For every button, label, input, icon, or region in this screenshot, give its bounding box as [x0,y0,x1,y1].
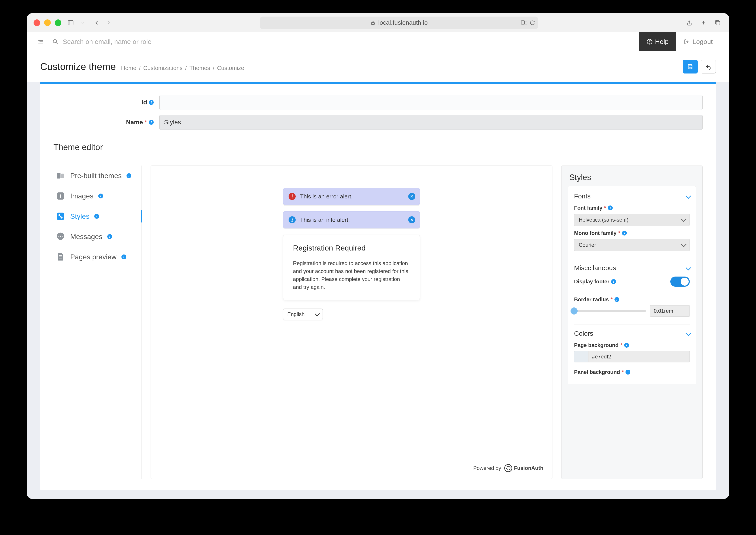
traffic-lights [34,19,61,26]
info-icon: i [289,216,296,223]
sidebar-item-label: Pre-built themes [70,172,122,180]
name-row: Name*i [53,115,703,130]
preview-pane: ! This is an error alert. ✕ i This is an… [151,165,552,479]
id-label: Idi [53,99,160,106]
sidebar-item-messages[interactable]: Messages i [53,226,139,247]
border-radius-label: Border radius*i [574,296,690,303]
info-icon[interactable]: i [625,370,630,375]
colors-section-header[interactable]: Colors [574,330,690,337]
svg-point-27 [60,236,61,237]
maximize-window-button[interactable] [55,19,61,26]
mono-font-select[interactable]: Courier [574,239,690,251]
crumb-home[interactable]: Home [121,65,136,71]
help-button[interactable]: Help [639,32,676,51]
chevron-down-icon [686,264,690,272]
page-bg-value[interactable]: #e7edf2 [588,351,690,362]
misc-section-header[interactable]: Miscellaneous [574,264,690,272]
save-button[interactable] [683,60,698,73]
svg-rect-0 [68,20,73,25]
fonts-section-header[interactable]: Fonts [574,192,690,200]
share-icon[interactable] [684,18,694,28]
info-icon[interactable]: i [611,279,616,284]
error-icon: ! [289,193,296,200]
svg-point-24 [59,214,60,216]
sidebar-item-styles[interactable]: Styles i [53,206,139,226]
browser-window: local.fusionauth.io [27,13,729,499]
panel-bg-label: Panel background*i [574,369,690,375]
color-swatch[interactable] [574,351,588,362]
sidebar-item-label: Images [70,192,93,200]
fusionauth-logo: FusionAuth [504,464,543,472]
sidebar-toggle-icon[interactable] [36,37,45,46]
close-window-button[interactable] [34,19,40,26]
info-icon: i [107,234,112,239]
chevron-down-icon[interactable] [80,18,85,28]
page-bg-input[interactable]: #e7edf2 [574,351,690,362]
name-label: Name*i [53,119,160,126]
forward-button[interactable] [104,18,113,28]
sidebar-item-images[interactable]: i Images i [53,186,139,206]
sidebar-item-prebuilt-themes[interactable]: Pre-built themes i [53,165,139,186]
svg-point-28 [62,236,63,237]
sidebar-icon[interactable] [66,18,75,28]
editor-area: Pre-built themes i i Images i Styles i [53,165,703,479]
info-icon[interactable]: i [149,100,154,105]
svg-rect-19 [57,173,61,179]
tabs-icon[interactable] [713,18,722,28]
info-icon[interactable]: i [622,231,627,236]
brand-name: FusionAuth [514,465,543,471]
misc-heading: Miscellaneous [574,264,616,272]
crumb-customizations[interactable]: Customizations [143,65,183,71]
minimize-window-button[interactable] [44,19,51,26]
search-icon [52,39,59,45]
chevron-down-icon [686,330,690,337]
registration-title: Registration Required [293,244,410,252]
registration-body: Registration is required to access this … [293,259,410,291]
border-radius-slider[interactable] [574,310,646,312]
display-footer-toggle[interactable] [670,276,690,287]
name-input[interactable] [160,115,703,130]
info-alert: i This is an info alert. ✕ [283,211,420,228]
sidebar-item-label: Messages [70,233,102,241]
translate-icon[interactable] [521,20,528,25]
svg-rect-17 [689,65,691,66]
page-title: Customize theme [40,61,116,72]
logout-button[interactable]: Logout [676,32,720,51]
svg-rect-8 [716,21,720,25]
search-input[interactable] [63,38,195,45]
chevron-down-icon [682,242,685,248]
close-icon[interactable]: ✕ [408,216,415,223]
main-card: Idi Name*i Theme editor Pre-built themes… [40,82,716,490]
error-alert: ! This is an error alert. ✕ [283,188,420,205]
url-bar[interactable]: local.fusionauth.io [260,16,538,29]
sidebar-item-pages-preview[interactable]: Pages preview i [53,247,139,267]
styles-pane-title: Styles [562,166,702,186]
crumb-current: Customize [217,65,244,71]
info-icon: i [127,173,131,178]
new-tab-icon[interactable] [699,18,708,28]
colors-heading: Colors [574,330,593,337]
language-select[interactable]: English [283,309,323,320]
id-row: Idi [53,95,703,110]
error-alert-text: This is an error alert. [300,193,353,200]
info-icon[interactable]: i [608,206,613,210]
border-radius-value[interactable]: 0.01rem [650,305,690,317]
font-family-select[interactable]: Helvetica (sans-serif) [574,214,690,226]
reload-icon[interactable] [530,20,535,25]
id-input[interactable] [160,95,703,110]
back-button[interactable] [701,60,716,73]
url-text: local.fusionauth.io [378,19,428,26]
powered-by: Powered by FusionAuth [473,464,543,472]
messages-icon [56,232,65,241]
info-icon[interactable]: i [149,120,154,125]
info-icon[interactable]: i [624,343,629,348]
back-button[interactable] [92,18,102,28]
pages-icon [56,252,65,262]
slider-thumb[interactable] [570,307,578,315]
close-icon[interactable]: ✕ [408,193,415,200]
sidebar-item-label: Pages preview [70,253,117,261]
info-icon[interactable]: i [615,297,619,302]
crumb-themes[interactable]: Themes [189,65,210,71]
font-family-value: Helvetica (sans-serif) [579,217,628,223]
mono-font-value: Courier [579,242,596,248]
